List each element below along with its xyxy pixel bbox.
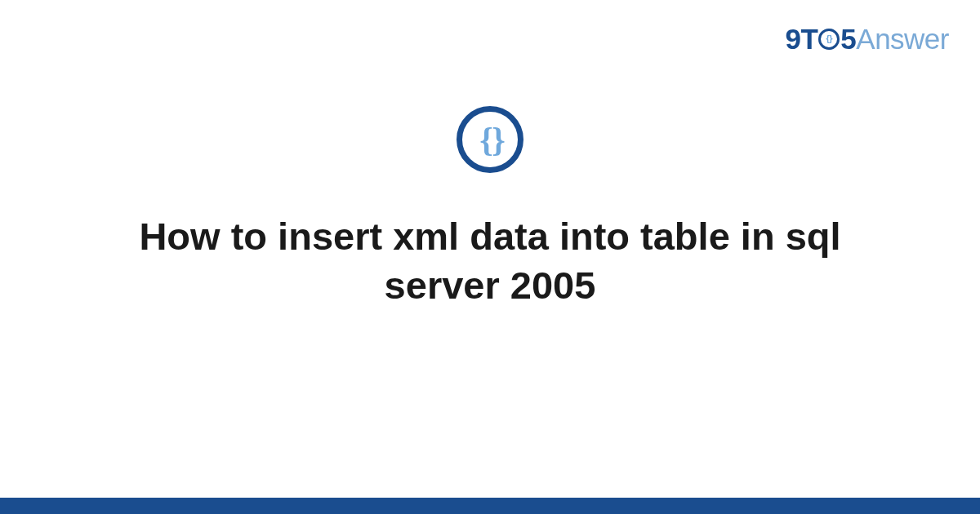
- brand-o-inner: {}: [826, 34, 833, 43]
- page-title: How to insert xml data into table in sql…: [61, 212, 919, 310]
- code-braces-icon: { }: [479, 122, 501, 157]
- brand-part-five: 5: [840, 23, 856, 55]
- category-icon-circle: { }: [457, 106, 523, 173]
- brand-part-t: T: [800, 23, 817, 55]
- brand-logo: 9T{}5Answer: [785, 23, 949, 55]
- brand-o-icon: {}: [818, 29, 840, 50]
- footer-accent-bar: [0, 498, 980, 514]
- brand-part-nine: 9: [785, 23, 800, 55]
- brand-part-answer: Answer: [856, 23, 949, 55]
- main-content: { } How to insert xml data into table in…: [0, 106, 980, 310]
